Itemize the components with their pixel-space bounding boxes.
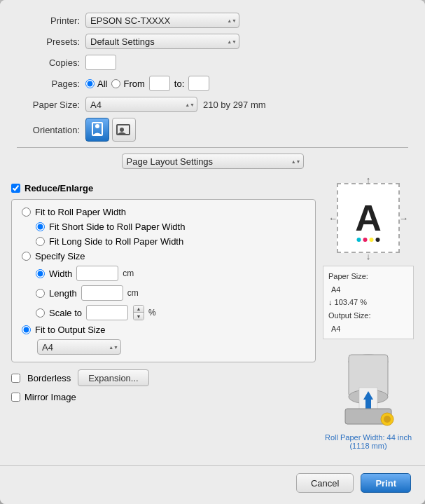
svg-point-12: [384, 416, 391, 423]
fit-short-radio[interactable]: [36, 222, 45, 231]
mirror-row: Mirror Image: [11, 392, 316, 402]
printer-illustration: [323, 349, 414, 432]
info-box: Paper Size: A4 ↓ 103.47 % Output Size: A…: [323, 266, 414, 339]
preview-letter: A: [355, 200, 382, 236]
preview-output-value: A4: [331, 322, 408, 336]
width-row: Width 20.99 cm: [36, 266, 305, 281]
fit-roll-label: Fit to Roll Paper Width: [35, 207, 126, 217]
all-label: All: [97, 79, 107, 89]
scale-row: Scale to 100.00 ▲ ▼ %: [36, 305, 305, 320]
reduce-enlarge-label: Reduce/Enlarge: [25, 183, 93, 193]
presets-select[interactable]: Default Settings: [85, 34, 239, 49]
print-dialog: Printer: EPSON SC-TXXXX Presets: Default…: [0, 0, 425, 504]
to-input[interactable]: 1: [188, 76, 209, 91]
borderless-row: Borderless Expansion...: [11, 369, 316, 386]
pages-label: Pages:: [17, 79, 80, 89]
scale-arrow-icon: ↓: [328, 298, 333, 306]
all-radio[interactable]: [85, 79, 95, 88]
fit-long-label: Fit Long Side to Roll Paper Width: [49, 236, 183, 247]
cancel-button[interactable]: Cancel: [296, 473, 354, 493]
copies-label: Copies:: [17, 57, 80, 68]
length-input[interactable]: 29.70: [81, 285, 123, 301]
page-preview: ↑ ↓ ← → A: [337, 183, 400, 253]
presets-select-wrapper: Default Settings: [85, 34, 239, 49]
cyan-dot: [357, 238, 361, 242]
arrow-up-icon: ↑: [366, 175, 371, 185]
reduce-enlarge-checkbox[interactable]: [11, 184, 20, 193]
scale-up-button[interactable]: ▲: [134, 306, 144, 313]
preview-paper-size-label: Paper Size:: [328, 270, 408, 283]
portrait-button[interactable]: [85, 118, 109, 142]
expansion-button[interactable]: Expansion...: [78, 369, 149, 386]
length-label: Length: [49, 288, 77, 299]
output-size-select-wrapper: A4: [37, 339, 121, 355]
expansion-label: Expansion...: [88, 373, 139, 383]
all-radio-label[interactable]: All: [85, 79, 107, 89]
length-radio[interactable]: [36, 289, 45, 298]
orientation-label: Orientation:: [17, 125, 80, 135]
width-radio[interactable]: [36, 269, 45, 278]
orientation-row: Orientation:: [17, 118, 408, 142]
main-section: Reduce/Enlarge Fit to Roll Paper Width F…: [0, 183, 425, 465]
printer-select-wrapper: EPSON SC-TXXXX: [85, 13, 239, 28]
preview-scale-value: 103.47 %: [335, 298, 367, 306]
fit-output-radio[interactable]: [22, 325, 31, 334]
fit-roll-radio[interactable]: [22, 207, 31, 217]
bottom-buttons: Cancel Print: [0, 465, 425, 504]
paper-size-select[interactable]: A4: [85, 97, 197, 112]
from-label: From: [123, 79, 144, 89]
printer-row: Printer: EPSON SC-TXXXX: [17, 13, 408, 28]
scale-radio[interactable]: [36, 308, 45, 318]
arrow-right-icon: →: [399, 213, 408, 224]
black-dot: [376, 238, 380, 242]
paper-size-row: Paper Size: A4 210 by 297 mm: [17, 97, 408, 112]
width-label: Width: [49, 268, 72, 279]
copies-input[interactable]: 1: [85, 55, 116, 70]
content-wrapper: Reduce/Enlarge Fit to Roll Paper Width F…: [11, 183, 414, 402]
printer-svg: [330, 349, 407, 430]
copies-row: Copies: 1: [17, 55, 408, 70]
landscape-button[interactable]: [112, 118, 136, 142]
magenta-dot: [363, 238, 368, 242]
from-radio-label[interactable]: From: [111, 79, 144, 89]
landscape-icon: [116, 123, 132, 136]
fit-long-radio[interactable]: [36, 237, 45, 246]
specify-size-label: Specify Size: [35, 251, 85, 261]
print-button[interactable]: Print: [361, 473, 411, 493]
mirror-checkbox[interactable]: [11, 393, 20, 402]
fit-short-row: Fit Short Side to Roll Paper Width: [36, 222, 305, 232]
presets-row: Presets: Default Settings: [17, 34, 408, 49]
right-panel: ↑ ↓ ← → A Pap: [323, 183, 414, 450]
specify-size-radio[interactable]: [22, 252, 31, 261]
from-radio[interactable]: [111, 79, 120, 88]
roll-paper-text: Roll Paper Width: 44 inch (1118 mm): [323, 433, 414, 450]
printer-label: Printer:: [17, 15, 80, 26]
fit-short-label: Fit Short Side to Roll Paper Width: [49, 222, 185, 232]
width-input[interactable]: 20.99: [76, 266, 118, 281]
arrow-down-icon: ↓: [366, 251, 371, 261]
mirror-label: Mirror Image: [25, 392, 76, 402]
scale-input[interactable]: 100.00: [86, 305, 128, 320]
scale-stepper[interactable]: ▲ ▼: [133, 305, 144, 320]
scale-unit: %: [148, 308, 156, 318]
to-label: to:: [174, 79, 184, 89]
section-dropdown-row: Page Layout Settings: [17, 154, 408, 169]
output-size-select[interactable]: A4: [37, 339, 121, 355]
yellow-dot: [370, 238, 374, 242]
preview-output-label: Output Size:: [328, 309, 408, 322]
fit-roll-paper-row: Fit to Roll Paper Width: [22, 207, 305, 217]
printer-select[interactable]: EPSON SC-TXXXX: [85, 13, 239, 28]
from-input[interactable]: 1: [149, 76, 170, 91]
size-options-box: Fit to Roll Paper Width Fit Short Side t…: [11, 199, 316, 362]
paper-size-text: 210 by 297 mm: [203, 100, 266, 110]
preview-scale: ↓ 103.47 %: [328, 296, 408, 309]
pages-row: Pages: All From 1 to: 1: [17, 76, 408, 91]
scale-down-button[interactable]: ▼: [134, 313, 144, 320]
top-divider: [17, 147, 408, 148]
presets-label: Presets:: [17, 36, 80, 47]
section-select[interactable]: Page Layout Settings: [122, 154, 304, 169]
paper-size-label: Paper Size:: [17, 100, 80, 110]
borderless-checkbox[interactable]: [11, 374, 20, 383]
width-unit: cm: [123, 268, 134, 278]
portrait-icon: [91, 122, 104, 137]
